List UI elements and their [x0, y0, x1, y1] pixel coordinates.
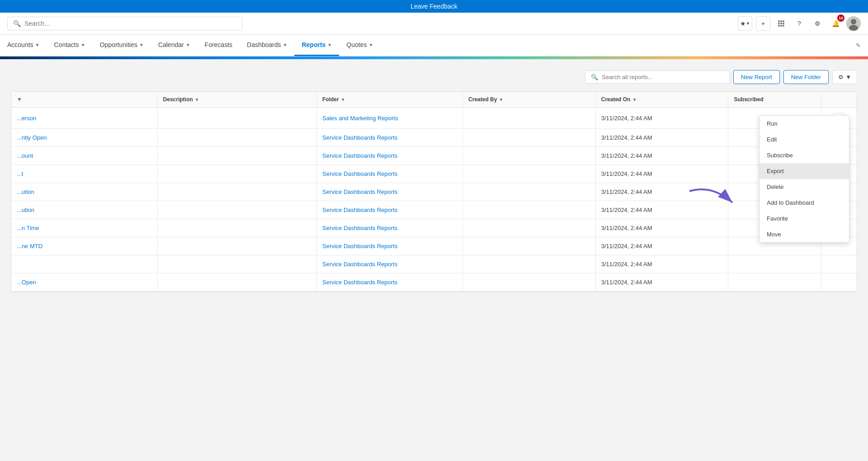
app-header: 🔍 ★▼ + ? ⚙ 🔔 10	[0, 13, 868, 35]
folder-link[interactable]: Service Dashboards Reports	[322, 170, 397, 177]
col-header-folder[interactable]: Folder ▼	[317, 92, 463, 108]
cell-created-by	[463, 201, 596, 219]
folder-link[interactable]: Service Dashboards Reports	[322, 279, 397, 286]
cell-folder: Service Dashboards Reports	[317, 183, 463, 201]
nav-edit-button[interactable]: ✎	[849, 35, 868, 56]
nav-item-forecasts[interactable]: Forecasts	[198, 35, 240, 56]
nav-item-reports[interactable]: Reports ▼	[294, 35, 339, 56]
table-settings-button[interactable]: ⚙ ▼	[832, 70, 857, 84]
table-row: ...tService Dashboards Reports3/11/2024,…	[11, 165, 857, 183]
dropdown-item[interactable]: Delete	[760, 179, 849, 195]
folder-link[interactable]: Sales and Marketing Reports	[322, 115, 398, 122]
reports-search-container: 🔍	[585, 71, 730, 84]
nav-item-calendar[interactable]: Calendar ▼	[151, 35, 198, 56]
col-header-created-on[interactable]: Created On ▼	[595, 92, 728, 108]
nav-label-quotes: Quotes	[346, 41, 367, 48]
report-name-link[interactable]: ...ne MTD	[17, 243, 42, 249]
settings-button[interactable]: ⚙	[810, 16, 825, 31]
dropdown-item[interactable]: Subscribe	[760, 147, 849, 163]
chevron-down-icon: ▼	[327, 42, 332, 47]
svg-point-3	[778, 23, 780, 24]
svg-point-2	[783, 20, 784, 22]
folder-link[interactable]: Service Dashboards Reports	[322, 243, 397, 249]
waffle-icon[interactable]	[774, 16, 788, 31]
reports-search-input[interactable]	[602, 74, 724, 80]
table-row: ...ersonSales and Marketing Reports3/11/…	[11, 108, 857, 129]
nav-label-accounts: Accounts	[7, 41, 33, 48]
dropdown-item[interactable]: Favorite	[760, 211, 849, 226]
global-search-input[interactable]	[24, 20, 236, 27]
cell-folder: Service Dashboards Reports	[317, 219, 463, 237]
report-name-link[interactable]: ...Open	[17, 279, 36, 286]
new-folder-button[interactable]: New Folder	[783, 70, 829, 84]
cell-description	[157, 237, 316, 255]
nav-item-dashboards[interactable]: Dashboards ▼	[240, 35, 294, 56]
folder-link[interactable]: Service Dashboards Reports	[322, 152, 397, 159]
report-name-link[interactable]: ...ount	[17, 152, 33, 159]
cell-subscribed	[728, 273, 821, 292]
cell-created-on: 3/11/2024, 2:44 AM	[595, 147, 728, 165]
chevron-down-icon: ▼	[283, 42, 288, 47]
nav-item-quotes[interactable]: Quotes ▼	[339, 35, 380, 56]
cell-name: ...ne MTD	[11, 237, 157, 255]
cell-description	[157, 129, 316, 147]
notifications-button[interactable]: 🔔 10	[828, 16, 843, 31]
feedback-bar[interactable]: Leave Feedback	[0, 0, 868, 13]
report-name-link[interactable]: ...t	[17, 170, 23, 177]
dropdown-item[interactable]: Run	[760, 116, 849, 132]
col-header-subscribed[interactable]: Subscribed	[728, 92, 821, 108]
dropdown-item[interactable]: Export	[760, 163, 849, 179]
cell-description	[157, 255, 316, 273]
cell-folder: Service Dashboards Reports	[317, 201, 463, 219]
folder-link[interactable]: Service Dashboards Reports	[322, 134, 397, 141]
cell-created-by	[463, 147, 596, 165]
reports-table: ▼ Description ▼ Folder ▼	[11, 92, 857, 292]
folder-link[interactable]: Service Dashboards Reports	[322, 188, 397, 195]
report-name-link[interactable]: ...erson	[17, 115, 36, 122]
table-row: ...ne MTDService Dashboards Reports3/11/…	[11, 237, 857, 255]
search-icon: 🔍	[13, 20, 21, 27]
folder-link[interactable]: Service Dashboards Reports	[322, 207, 397, 213]
cell-created-on: 3/11/2024, 2:44 AM	[595, 237, 728, 255]
page-area: 🔍 New Report New Folder ⚙ ▼ ▼	[0, 59, 868, 457]
svg-point-1	[780, 20, 782, 22]
folder-link[interactable]: Service Dashboards Reports	[322, 261, 397, 268]
help-button[interactable]: ?	[792, 16, 807, 31]
report-name-link[interactable]: ...n Time	[17, 225, 39, 231]
table-row: ...utionService Dashboards Reports3/11/2…	[11, 201, 857, 219]
dropdown-item[interactable]: Edit	[760, 132, 849, 147]
report-name-link[interactable]: ...ntly Open	[17, 134, 47, 141]
add-button[interactable]: +	[756, 16, 770, 31]
cell-folder: Service Dashboards Reports	[317, 129, 463, 147]
cell-created-on: 3/11/2024, 2:44 AM	[595, 273, 728, 292]
report-name-link[interactable]: ...ution	[17, 188, 34, 195]
new-report-button[interactable]: New Report	[733, 70, 780, 84]
cell-name: ...Open	[11, 273, 157, 292]
col-header-created-by[interactable]: Created By ▼	[463, 92, 596, 108]
cell-created-by	[463, 129, 596, 147]
chevron-down-icon: ▼	[139, 42, 144, 47]
col-header-action	[821, 92, 857, 108]
folder-link[interactable]: Service Dashboards Reports	[322, 225, 397, 231]
table-row: ...n TimeService Dashboards Reports3/11/…	[11, 219, 857, 237]
col-header-description[interactable]: Description ▼	[157, 92, 316, 108]
col-header-name[interactable]: ▼	[11, 92, 157, 108]
cell-name: ...n Time	[11, 219, 157, 237]
reports-header: 🔍 New Report New Folder ⚙ ▼	[11, 70, 857, 84]
cell-created-by	[463, 237, 596, 255]
nav-item-contacts[interactable]: Contacts ▼	[47, 35, 93, 56]
user-avatar[interactable]	[846, 16, 861, 31]
cell-name: ...ution	[11, 183, 157, 201]
nav-item-accounts[interactable]: Accounts ▼	[0, 35, 47, 56]
cell-name: ...ntly Open	[11, 129, 157, 147]
nav-item-opportunities[interactable]: Opportunities ▼	[93, 35, 151, 56]
dropdown-item[interactable]: Add to Dashboard	[760, 195, 849, 211]
nav-label-reports: Reports	[302, 41, 326, 48]
notification-badge: 10	[837, 14, 844, 22]
chevron-down-icon: ▼	[186, 42, 190, 47]
dropdown-item[interactable]: Move	[760, 226, 849, 242]
report-name-link[interactable]: ...ution	[17, 207, 34, 213]
favorites-button[interactable]: ★▼	[738, 16, 752, 31]
cell-folder: Sales and Marketing Reports	[317, 108, 463, 129]
cell-created-on: 3/11/2024, 2:44 AM	[595, 129, 728, 147]
